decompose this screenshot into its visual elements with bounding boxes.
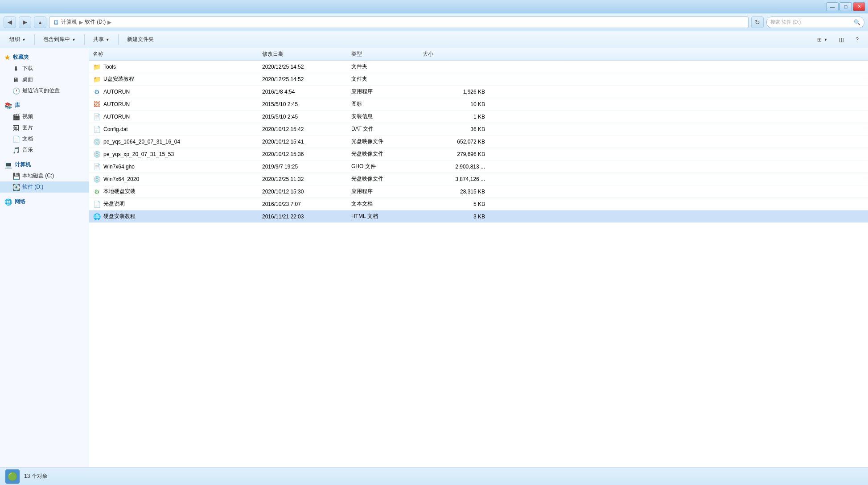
sidebar-item-recent[interactable]: 🕐 最近访问的位置 xyxy=(0,85,89,96)
up-button[interactable]: ▲ xyxy=(34,16,46,28)
file-date: 2020/10/12 15:36 xyxy=(262,151,304,157)
video-icon: 🎬 xyxy=(12,113,20,120)
sidebar-item-music[interactable]: 🎵 音乐 xyxy=(0,144,89,156)
close-button[interactable]: ✕ xyxy=(853,2,865,11)
file-type-icon: 🖼 xyxy=(93,100,101,108)
file-type: GHO 文件 xyxy=(351,163,376,170)
col-header-date[interactable]: 修改日期 xyxy=(262,50,351,58)
sidebar-item-drive-d[interactable]: 💽 软件 (D:) xyxy=(0,181,89,193)
file-date-cell: 2020/10/12 15:41 xyxy=(262,139,351,145)
file-date-cell: 2020/10/12 15:30 xyxy=(262,189,351,195)
file-size: 652,072 KB xyxy=(457,139,485,145)
preview-icon: ◫ xyxy=(839,37,844,43)
add-to-library-button[interactable]: 包含到库中 ▼ xyxy=(38,33,81,46)
file-row[interactable]: 📄 光盘说明 2016/10/23 7:07 文本文档 5 KB xyxy=(89,198,868,210)
file-type-cell: 光盘映像文件 xyxy=(351,150,423,158)
col-header-type[interactable]: 类型 xyxy=(351,50,423,58)
sidebar-item-pictures[interactable]: 🖼 图片 xyxy=(0,122,89,133)
file-date: 2019/9/7 19:25 xyxy=(262,164,298,170)
file-row[interactable]: 🖼 AUTORUN 2015/5/10 2:45 图标 10 KB xyxy=(89,98,868,111)
col-header-name[interactable]: 名称 xyxy=(93,50,262,58)
file-type-cell: 文件夹 xyxy=(351,63,423,70)
sidebar-item-documents-label: 文档 xyxy=(22,135,33,143)
file-type-icon: 📄 xyxy=(93,163,101,171)
new-folder-label: 新建文件夹 xyxy=(127,36,154,43)
file-row[interactable]: 🌐 硬盘安装教程 2016/11/21 22:03 HTML 文档 3 KB xyxy=(89,210,868,223)
file-size-cell: 36 KB xyxy=(423,126,485,132)
help-icon: ? xyxy=(856,37,859,43)
sidebar-item-download[interactable]: ⬇ 下载 xyxy=(0,63,89,74)
file-size-cell: 3 KB xyxy=(423,214,485,220)
file-date: 2015/5/10 2:45 xyxy=(262,114,298,120)
file-date-cell: 2015/5/10 2:45 xyxy=(262,101,351,107)
network-header[interactable]: 🌐 网络 xyxy=(0,196,89,207)
path-end-arrow: ▶ xyxy=(107,19,111,25)
search-box[interactable]: 搜索 软件 (D:) 🔍 xyxy=(766,16,864,28)
favorites-section: ★ 收藏夹 ⬇ 下载 🖥 桌面 🕐 最近访问的位置 xyxy=(0,52,89,96)
file-row[interactable]: 📁 Tools 2020/12/25 14:52 文件夹 xyxy=(89,61,868,73)
file-type: DAT 文件 xyxy=(351,125,374,133)
sidebar-item-video-label: 视频 xyxy=(22,113,33,120)
path-computer-icon: 🖥 xyxy=(53,19,59,26)
favorites-header[interactable]: ★ 收藏夹 xyxy=(0,52,89,63)
organize-button[interactable]: 组织 ▼ xyxy=(4,33,31,46)
sidebar-item-drive-c[interactable]: 💾 本地磁盘 (C:) xyxy=(0,170,89,181)
file-row[interactable]: 📄 Config.dat 2020/10/12 15:42 DAT 文件 36 … xyxy=(89,123,868,136)
view-button[interactable]: ⊞ ▼ xyxy=(812,33,832,46)
computer-header[interactable]: 💻 计算机 xyxy=(0,159,89,170)
file-type-cell: DAT 文件 xyxy=(351,125,423,133)
col-header-size[interactable]: 大小 xyxy=(423,50,485,58)
add-to-library-label: 包含到库中 xyxy=(43,36,70,43)
file-date-cell: 2016/11/21 22:03 xyxy=(262,214,351,220)
file-type: 文件夹 xyxy=(351,75,367,83)
search-placeholder: 搜索 软件 (D:) xyxy=(770,19,801,25)
file-row[interactable]: 💿 Win7x64_2020 2020/12/25 11:32 光盘映像文件 3… xyxy=(89,173,868,185)
share-label: 共享 xyxy=(93,36,104,43)
sidebar-item-drive-c-label: 本地磁盘 (C:) xyxy=(22,172,54,180)
file-name: 光盘说明 xyxy=(103,200,125,208)
preview-button[interactable]: ◫ xyxy=(834,33,849,46)
file-type: 应用程序 xyxy=(351,188,373,195)
file-type-cell: 安装信息 xyxy=(351,113,423,120)
search-icon: 🔍 xyxy=(854,19,860,25)
file-type-cell: 图标 xyxy=(351,100,423,108)
file-row[interactable]: 📁 U盘安装教程 2020/12/25 14:52 文件夹 xyxy=(89,73,868,86)
sidebar-item-documents[interactable]: 📄 文档 xyxy=(0,133,89,144)
library-folder-icon: 📚 xyxy=(4,102,12,109)
file-name-cell: 💿 pe_yqs_xp_20_07_31_15_53 xyxy=(93,150,262,158)
computer-icon: 💻 xyxy=(4,161,12,169)
file-type: 文件夹 xyxy=(351,63,367,70)
file-area: 名称 修改日期 类型 大小 📁 Tools 2020/12/25 14:52 文… xyxy=(89,48,868,467)
maximize-button[interactable]: □ xyxy=(839,2,852,11)
file-type-icon: 💿 xyxy=(93,138,101,146)
library-section: 📚 库 🎬 视频 🖼 图片 📄 文档 🎵 音乐 xyxy=(0,100,89,156)
file-name-cell: 📄 Win7x64.gho xyxy=(93,163,262,171)
refresh-button[interactable]: ↻ xyxy=(751,16,764,28)
file-size: 2,900,813 ... xyxy=(455,164,485,170)
file-row[interactable]: ⚙ 本地硬盘安装 2020/10/12 15:30 应用程序 28,315 KB xyxy=(89,185,868,198)
new-folder-button[interactable]: 新建文件夹 xyxy=(122,33,159,46)
file-name-cell: 📄 Config.dat xyxy=(93,125,262,133)
file-name-cell: 💿 Win7x64_2020 xyxy=(93,175,262,183)
file-row[interactable]: 💿 pe_yqs_xp_20_07_31_15_53 2020/10/12 15… xyxy=(89,148,868,160)
file-name: Config.dat xyxy=(103,126,128,132)
sidebar-item-desktop[interactable]: 🖥 桌面 xyxy=(0,74,89,85)
minimize-button[interactable]: — xyxy=(826,2,839,11)
library-header[interactable]: 📚 库 xyxy=(0,100,89,111)
file-type: HTML 文档 xyxy=(351,213,378,220)
file-date: 2020/10/12 15:41 xyxy=(262,139,304,145)
sidebar-item-video[interactable]: 🎬 视频 xyxy=(0,111,89,122)
file-name-cell: 🖼 AUTORUN xyxy=(93,100,262,108)
forward-button[interactable]: ▶ xyxy=(19,16,31,28)
file-row[interactable]: ⚙ AUTORUN 2016/1/8 4:54 应用程序 1,926 KB xyxy=(89,86,868,98)
status-count: 13 个对象 xyxy=(24,473,48,480)
file-date-cell: 2020/12/25 14:52 xyxy=(262,76,351,82)
file-row[interactable]: 📄 AUTORUN 2015/5/10 2:45 安装信息 1 KB xyxy=(89,111,868,123)
help-button[interactable]: ? xyxy=(851,33,864,46)
file-name-cell: 📄 光盘说明 xyxy=(93,200,262,208)
address-path[interactable]: 🖥 计算机 ▶ 软件 (D:) ▶ xyxy=(49,16,749,28)
share-button[interactable]: 共享 ▼ xyxy=(88,33,115,46)
file-row[interactable]: 💿 pe_yqs_1064_20_07_31_16_04 2020/10/12 … xyxy=(89,136,868,148)
back-button[interactable]: ◀ xyxy=(4,16,16,28)
file-row[interactable]: 📄 Win7x64.gho 2019/9/7 19:25 GHO 文件 2,90… xyxy=(89,160,868,173)
